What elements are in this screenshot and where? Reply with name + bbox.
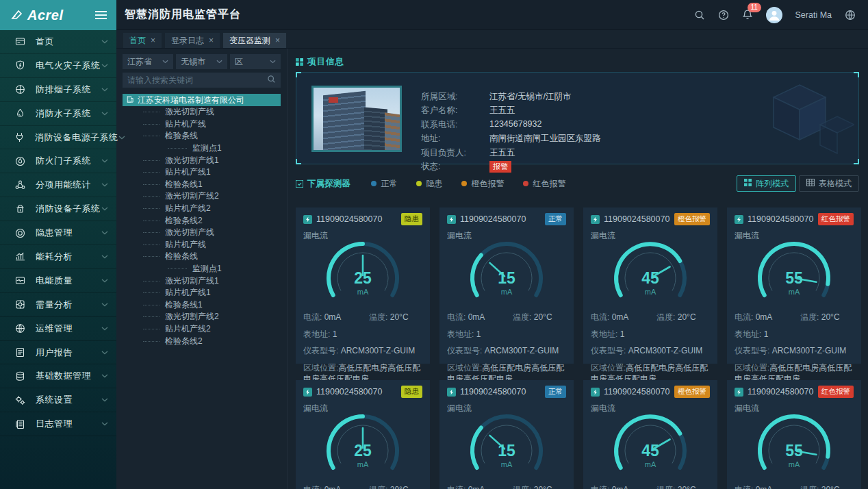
close-tab-icon[interactable]: × bbox=[275, 36, 280, 45]
sidebar-item-energy-chart[interactable]: 能耗分析 bbox=[0, 245, 116, 269]
notification-bell-icon[interactable]: 11 bbox=[742, 9, 753, 21]
field-value: 南闸街道南闸工业园区东盟路 bbox=[489, 133, 601, 145]
search-icon[interactable] bbox=[694, 10, 705, 21]
page-title: 智慧消防用电监管平台 bbox=[116, 8, 241, 22]
tree-node[interactable]: 激光切割产线2 bbox=[123, 190, 281, 203]
tree-node[interactable]: 激光切割产线2 bbox=[123, 311, 281, 323]
detector-card[interactable]: 11909024580070 隐患 漏电流 25mA 电流: 0mA 温度: 2… bbox=[296, 380, 430, 489]
tree-guide-line bbox=[143, 112, 159, 112]
tree-node[interactable]: 贴片机产线1 bbox=[123, 287, 281, 299]
sidebar-item-report[interactable]: 用户报告 bbox=[0, 341, 116, 365]
header-actions: 11 Serati Ma bbox=[694, 7, 868, 23]
tree-node[interactable]: 监测点1 bbox=[123, 263, 281, 275]
tree-node[interactable]: 检验条线 bbox=[123, 251, 281, 263]
sidebar-item-fire-water[interactable]: 消防水子系统 bbox=[0, 102, 116, 126]
help-icon[interactable] bbox=[718, 10, 729, 21]
search-input-icon[interactable] bbox=[267, 74, 276, 86]
svg-text:mA: mA bbox=[357, 460, 369, 468]
tree-root-node[interactable]: 江苏安科瑞电器制造有限公司 bbox=[123, 94, 281, 106]
close-tab-icon[interactable]: × bbox=[151, 36, 155, 45]
tree-node[interactable]: 检验条线1 bbox=[123, 299, 281, 312]
sidebar-item-hydrant[interactable]: 消防设备子系统 bbox=[0, 197, 116, 221]
user-name[interactable]: Serati Ma bbox=[795, 10, 832, 20]
status-badge: 正常 bbox=[545, 386, 566, 398]
tab-label: 登录日志 bbox=[171, 35, 204, 47]
tree-node[interactable]: 检验条线2 bbox=[123, 214, 281, 227]
tree-node[interactable]: 激光切割产线 bbox=[123, 227, 281, 239]
tree-node[interactable]: 激光切割产线 bbox=[123, 106, 281, 118]
tree-node[interactable]: 激光切割产线1 bbox=[123, 275, 281, 287]
cube-decoration bbox=[711, 77, 854, 163]
tree-node[interactable]: 检验条线1 bbox=[123, 179, 281, 191]
tree-node[interactable]: 激光切割产线1 bbox=[123, 154, 281, 166]
tree-node-label: 激光切割产线 bbox=[165, 106, 214, 118]
tree-node[interactable]: 监测点1 bbox=[123, 142, 281, 155]
tab-1[interactable]: 登录日志 × bbox=[165, 33, 220, 48]
language-globe-icon[interactable] bbox=[845, 10, 856, 21]
meter-icon bbox=[735, 388, 743, 397]
detector-card[interactable]: 11909024580070 橙色报警 漏电流 45mA 电流: 0mA 温度:… bbox=[583, 208, 717, 364]
mode-button-table[interactable]: 表格模式 bbox=[799, 175, 859, 192]
detector-card[interactable]: 11909024580070 红色报警 漏电流 55mA 电流: 0mA 温度:… bbox=[727, 208, 861, 364]
sidebar-item-label: 系统设置 bbox=[36, 394, 101, 406]
sidebar-item-home[interactable]: 首页 bbox=[0, 30, 116, 54]
main-content: 项目信息 所属区域: 江苏省/无锡市/江阴市 客户名称: 王五五 联系电话: bbox=[288, 49, 868, 489]
card-header: 11909024580070 隐患 bbox=[303, 213, 422, 225]
tree-node[interactable]: 贴片机产线2 bbox=[123, 323, 281, 336]
tree-guide-line bbox=[168, 268, 187, 269]
field-temperature: 温度: 20°C bbox=[800, 484, 840, 489]
building-shape bbox=[364, 108, 387, 152]
region-select-1[interactable]: 无锡市 bbox=[176, 54, 227, 69]
sidebar-item-electric-fire[interactable]: 电气火灾子系统 bbox=[0, 54, 116, 78]
sidebar-item-label: 日志管理 bbox=[36, 418, 101, 430]
tree-node[interactable]: 贴片机产线 bbox=[123, 118, 281, 131]
detector-id: 11909024580070 bbox=[316, 214, 397, 224]
building-icon bbox=[126, 95, 134, 105]
sidebar-item-power-supply[interactable]: 消防设备电源子系统 bbox=[0, 126, 116, 150]
hamburger-menu-icon[interactable] bbox=[95, 11, 107, 19]
project-field-row: 地址: 南闸街道南闸工业园区东盟路 bbox=[421, 133, 601, 145]
corner-accent bbox=[296, 72, 301, 77]
detector-card[interactable]: 11909024580070 红色报警 漏电流 55mA 电流: 0mA 温度:… bbox=[727, 380, 861, 489]
tree-node-label: 贴片机产线 bbox=[165, 118, 206, 130]
mode-button-grid[interactable]: 阵列模式 bbox=[737, 175, 796, 192]
sidebar-item-power-quality[interactable]: 电能质量 bbox=[0, 269, 116, 293]
tree-node[interactable]: 检验条线 bbox=[123, 130, 281, 142]
tree-guide-line bbox=[143, 305, 159, 305]
tree-node[interactable]: 检验条线2 bbox=[123, 335, 281, 347]
leakage-current-gauge: 25mA bbox=[303, 412, 422, 483]
sidebar-item-fire-door[interactable]: 防火门子系统 bbox=[0, 149, 116, 173]
detector-card[interactable]: 11909024580070 橙色报警 漏电流 45mA 电流: 0mA 温度:… bbox=[583, 380, 717, 489]
sidebar-item-smoke-control[interactable]: 防排烟子系统 bbox=[0, 78, 116, 102]
sidebar-item-logs[interactable]: 日志管理 bbox=[0, 412, 116, 436]
sidebar-item-energy-nodes[interactable]: 分项用能统计 bbox=[0, 173, 116, 197]
sidebar-item-ops[interactable]: 运维管理 bbox=[0, 317, 116, 341]
sidebar-item-database[interactable]: 基础数据管理 bbox=[0, 364, 116, 388]
sidebar-item-hazard[interactable]: 隐患管理 bbox=[0, 221, 116, 245]
svg-text:15: 15 bbox=[498, 269, 515, 287]
region-select-2[interactable]: 区 bbox=[230, 54, 281, 69]
tree-guide-line bbox=[143, 208, 159, 209]
sidebar-item-label: 消防水子系统 bbox=[36, 108, 101, 120]
sidebar-item-demand[interactable]: 需量分析 bbox=[0, 293, 116, 317]
acrel-logo-icon bbox=[11, 10, 23, 21]
tree-node[interactable]: 贴片机产线2 bbox=[123, 203, 281, 215]
leakage-current-gauge: 55mA bbox=[735, 412, 854, 483]
tree-node[interactable]: 贴片机产线 bbox=[123, 239, 281, 251]
sidebar-item-settings[interactable]: 系统设置 bbox=[0, 388, 116, 412]
detector-card[interactable]: 11909024580070 正常 漏电流 15mA 电流: 0mA 温度: 2… bbox=[439, 208, 574, 364]
detector-card[interactable]: 11909024580070 正常 漏电流 15mA 电流: 0mA 温度: 2… bbox=[439, 380, 574, 489]
search-input[interactable] bbox=[127, 75, 267, 85]
tree-guide-line bbox=[143, 136, 159, 136]
avatar[interactable] bbox=[766, 7, 782, 23]
tree-node[interactable]: 贴片机产线1 bbox=[123, 166, 281, 179]
region-select-0[interactable]: 江苏省 bbox=[123, 54, 173, 69]
tab-0[interactable]: 首页 × bbox=[123, 33, 162, 48]
project-field-row: 项目负责人: 王五五 bbox=[421, 147, 601, 159]
building-sign bbox=[329, 97, 338, 103]
detector-card[interactable]: 11909024580070 隐患 漏电流 25mA 电流: 0mA 温度: 2… bbox=[296, 208, 430, 364]
svg-text:45: 45 bbox=[641, 442, 659, 460]
tab-2[interactable]: 变压器监测 × bbox=[223, 33, 286, 48]
close-tab-icon[interactable]: × bbox=[209, 36, 214, 45]
detector-section-icon bbox=[296, 180, 303, 188]
